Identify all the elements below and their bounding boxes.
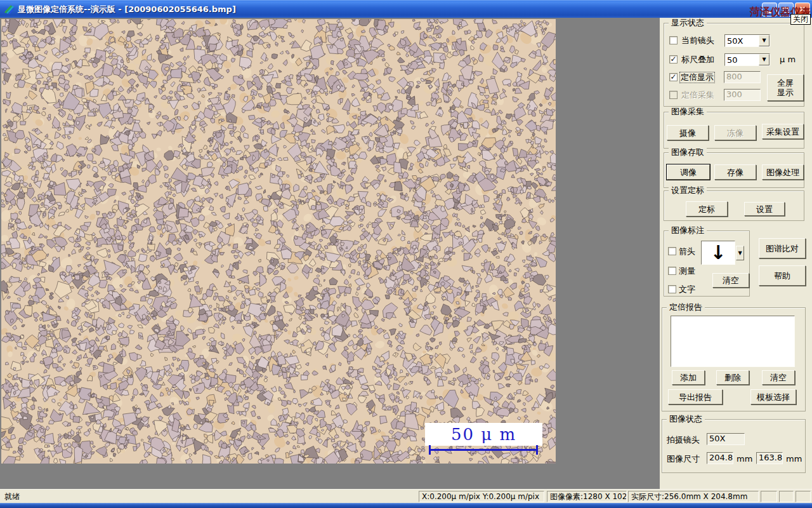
check-icon: ✓ (670, 72, 676, 81)
fixed-display-checkbox[interactable]: ✓ (669, 73, 678, 81)
group-storage: 图像存取 调像 存像 图像处理 (664, 152, 804, 188)
help-button[interactable]: 帮助 (759, 265, 806, 286)
report-clear-button[interactable]: 清空 (762, 370, 795, 385)
shoot-lens-value: 50X (707, 433, 745, 445)
arrow-annotation-checkbox[interactable] (668, 247, 676, 255)
group-image-status: 图像状态 拍摄镜头 50X 图像尺寸 204.8 mm 163.8 mm (662, 419, 806, 473)
restore-icon (783, 7, 789, 13)
arrow-annotation-label: 箭头 (679, 246, 695, 257)
current-lens-label: 当前镜头 (681, 36, 714, 46)
measure-annotation-checkbox[interactable] (668, 267, 676, 275)
load-image-button[interactable]: 调像 (667, 164, 710, 180)
atlas-compare-button[interactable]: 图谱比对 (759, 238, 806, 258)
window-title: 显微图像定倍系统--演示版 - [20090602055646.bmp] (18, 1, 236, 18)
title-bar: 显微图像定倍系统--演示版 - [20090602055646.bmp] ✕ 菏… (0, 0, 812, 18)
scale-bar-label-box: 50 μ m (425, 423, 542, 446)
group-display-status-title: 显示状态 (669, 18, 707, 28)
group-report: 定倍报告 添加 删除 清空 导出报告 模板选择 (662, 307, 806, 411)
export-report-button[interactable]: 导出报告 (668, 389, 723, 404)
ruler-size-value: 50 (725, 54, 759, 65)
scale-bar-line (429, 445, 538, 455)
fixed-capture-input: 300 (724, 89, 761, 101)
fullscreen-button-line2: 显示 (777, 88, 794, 97)
status-bar: 就绪 X:0.200μ m/pix Y:0.200μ m/pix 图像像素:12… (0, 489, 812, 503)
status-pixel-scale: X:0.200μ m/pix Y:0.200μ m/pix (419, 491, 544, 502)
chevron-down-icon: ▼ (762, 38, 766, 43)
current-lens-dropdown-button[interactable]: ▼ (759, 35, 769, 46)
client-area: 50 μ m 显示状态 当前镜头 50X ▼ ✓ 标尺叠加 50 ▼ μ m ✓… (0, 18, 812, 489)
group-annotation: 图像标注 箭头 ↓ ▼ 测量 清空 文字 (664, 231, 750, 297)
fixed-display-label: 定倍显示 (680, 72, 714, 83)
group-capture: 图像采集 摄像 冻像 采集设置 (664, 112, 804, 149)
annotation-clear-button[interactable]: 清空 (712, 273, 749, 288)
fullscreen-button[interactable]: 全屏 显示 (767, 74, 804, 101)
window-bottom-border (0, 503, 812, 508)
current-lens-checkbox[interactable] (669, 36, 678, 44)
shoot-lens-label: 拍摄镜头 (667, 435, 700, 445)
fixed-capture-label: 定倍采集 (681, 90, 714, 100)
ruler-overlay-checkbox[interactable]: ✓ (669, 55, 678, 64)
down-arrow-icon: ↓ (710, 243, 726, 262)
text-annotation-checkbox[interactable] (668, 285, 676, 293)
image-height-value: 163.8 (756, 452, 783, 464)
arrow-style-dropdown-button[interactable]: ▼ (736, 246, 744, 260)
status-spare-2 (779, 491, 794, 502)
group-display-status: 显示状态 当前镜头 50X ▼ ✓ 标尺叠加 50 ▼ μ m ✓ 定倍显示 8… (664, 23, 804, 107)
status-actual-size: 实际尺寸:256.0mm X 204.8mm (628, 491, 759, 502)
chevron-down-icon: ▼ (738, 251, 742, 256)
minimize-button[interactable] (762, 3, 777, 17)
group-calibration-title: 设置定标 (669, 185, 707, 196)
control-panel: 显示状态 当前镜头 50X ▼ ✓ 标尺叠加 50 ▼ μ m ✓ 定倍显示 8… (660, 18, 812, 489)
report-delete-button[interactable]: 删除 (716, 370, 749, 385)
report-listbox[interactable] (671, 316, 795, 367)
capture-settings-button[interactable]: 采集设置 (762, 124, 804, 139)
arrow-style-preview[interactable]: ↓ (701, 241, 735, 265)
minimize-icon (765, 11, 771, 13)
ruler-size-dropdown-button[interactable]: ▼ (759, 54, 769, 65)
status-ready: 就绪 (1, 491, 416, 502)
status-spare-1 (761, 491, 777, 502)
chevron-down-icon: ▼ (762, 57, 766, 62)
ruler-size-dropdown[interactable]: 50 ▼ (724, 53, 770, 66)
status-spare-3 (796, 491, 811, 502)
scale-bar-label: 50 μ m (451, 425, 516, 444)
fixed-display-input: 800 (724, 71, 761, 83)
image-size-label: 图像尺寸 (667, 454, 700, 464)
micrograph-image[interactable] (1, 19, 556, 464)
shoot-button[interactable]: 摄像 (667, 125, 709, 140)
current-lens-dropdown[interactable]: 50X ▼ (724, 34, 770, 47)
save-image-button[interactable]: 存像 (714, 164, 756, 180)
group-calibration: 设置定标 定标 设置 (664, 190, 804, 221)
calibrate-button[interactable]: 定标 (686, 201, 728, 217)
image-process-button[interactable]: 图像处理 (762, 164, 804, 180)
group-capture-title: 图像采集 (669, 107, 707, 117)
calibration-setup-button[interactable]: 设置 (744, 202, 785, 216)
group-image-status-title: 图像状态 (667, 414, 705, 424)
measure-annotation-label: 测量 (679, 266, 695, 276)
report-add-button[interactable]: 添加 (672, 370, 705, 385)
group-report-title: 定倍报告 (667, 302, 705, 312)
template-select-button[interactable]: 模板选择 (750, 389, 796, 404)
ruler-overlay-label: 标尺叠加 (681, 55, 714, 65)
status-image-pixels: 图像像素:1280 X 1024 (547, 491, 627, 502)
group-annotation-title: 图像标注 (669, 225, 707, 236)
image-width-unit: mm (737, 454, 752, 464)
fixed-capture-checkbox (669, 91, 678, 99)
group-storage-title: 图像存取 (669, 147, 707, 157)
check-icon: ✓ (670, 55, 676, 64)
app-icon (4, 4, 15, 15)
ruler-unit-label: μ m (780, 55, 796, 65)
image-width-value: 204.8 (707, 452, 733, 464)
freeze-button: 冻像 (714, 125, 756, 140)
current-lens-value: 50X (725, 35, 759, 46)
text-annotation-label: 文字 (679, 284, 695, 295)
fullscreen-button-line1: 全屏 (777, 78, 794, 88)
image-height-unit: mm (786, 454, 802, 464)
close-tooltip: 关闭 (790, 14, 811, 25)
